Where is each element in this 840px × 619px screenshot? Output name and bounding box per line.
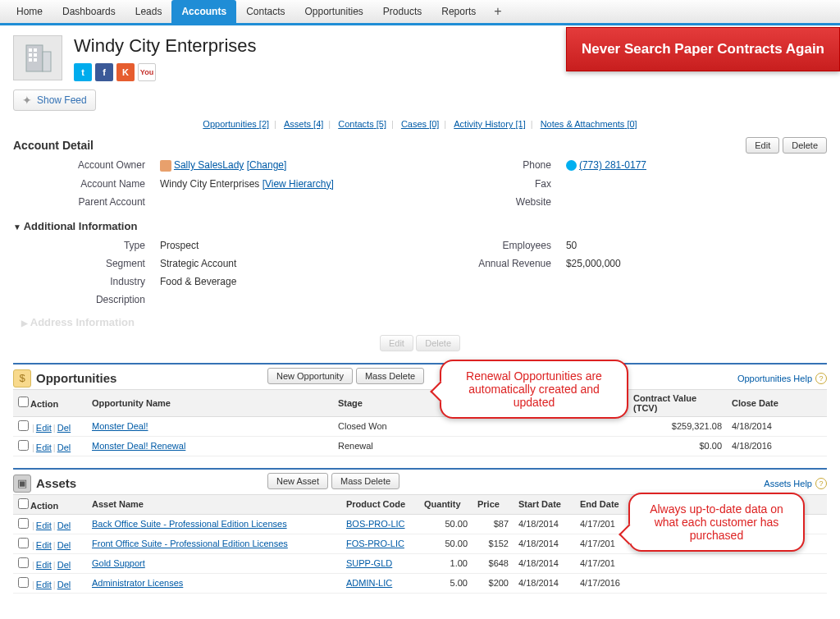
delete-button-bottom[interactable]: Delete bbox=[416, 335, 460, 351]
klout-icon[interactable]: K bbox=[116, 63, 135, 81]
tab-add[interactable]: + bbox=[486, 1, 509, 22]
col-price[interactable]: Price bbox=[472, 494, 514, 514]
del-link[interactable]: Del bbox=[57, 442, 71, 452]
col-opp-name[interactable]: Opportunity Name bbox=[87, 389, 333, 416]
youtube-icon[interactable]: You bbox=[138, 63, 156, 81]
mass-delete-opps-button[interactable]: Mass Delete bbox=[356, 368, 424, 384]
subnav-opportunities[interactable]: Opportunities [2] bbox=[203, 119, 269, 129]
del-link[interactable]: Del bbox=[57, 423, 71, 433]
row-checkbox[interactable] bbox=[18, 557, 29, 568]
account-detail-section: Account Detail Edit Delete Account Owner… bbox=[13, 137, 827, 212]
tab-dashboards[interactable]: Dashboards bbox=[52, 0, 126, 23]
asset-start: 4/18/2014 bbox=[514, 514, 575, 534]
owner-link[interactable]: Sally SalesLady bbox=[174, 159, 244, 171]
asset-qty: 5.00 bbox=[419, 573, 472, 593]
edit-link[interactable]: Edit bbox=[36, 520, 52, 530]
asset-price: $648 bbox=[472, 553, 514, 573]
svg-rect-1 bbox=[29, 48, 32, 52]
opps-help-link[interactable]: Opportunities Help bbox=[737, 374, 812, 383]
assets-title: Assets bbox=[36, 476, 76, 490]
col-code[interactable]: Product Code bbox=[341, 494, 419, 514]
del-link[interactable]: Del bbox=[57, 560, 71, 570]
asset-code-link[interactable]: BOS-PRO-LIC bbox=[346, 519, 405, 529]
tab-opportunities[interactable]: Opportunities bbox=[294, 0, 372, 23]
type-value: Prospect bbox=[153, 237, 419, 254]
show-feed-button[interactable]: ✦ Show Feed bbox=[13, 89, 96, 111]
detail-bottom-buttons: Edit Delete bbox=[0, 335, 840, 351]
parent-value bbox=[153, 194, 419, 210]
tab-reports[interactable]: Reports bbox=[431, 0, 486, 23]
col-qty[interactable]: Quantity bbox=[419, 494, 472, 514]
delete-button[interactable]: Delete bbox=[783, 137, 827, 154]
help-icon[interactable]: ? bbox=[815, 478, 827, 489]
subnav-assets[interactable]: Assets [4] bbox=[284, 119, 323, 129]
row-checkbox[interactable] bbox=[18, 440, 29, 451]
tab-home[interactable]: Home bbox=[7, 0, 52, 23]
help-icon[interactable]: ? bbox=[815, 373, 827, 384]
employees-value: 50 bbox=[559, 237, 825, 254]
del-link[interactable]: Del bbox=[57, 580, 71, 589]
tab-products[interactable]: Products bbox=[373, 0, 431, 23]
facebook-icon[interactable]: f bbox=[95, 63, 113, 81]
tab-accounts[interactable]: Accounts bbox=[171, 0, 236, 23]
opp-name-link[interactable]: Monster Deal! Renewal bbox=[92, 441, 185, 451]
edit-button-bottom[interactable]: Edit bbox=[380, 335, 413, 351]
asset-end: 4/17/201 bbox=[575, 553, 827, 573]
asset-start: 4/18/2014 bbox=[514, 553, 575, 573]
edit-button[interactable]: Edit bbox=[746, 137, 779, 154]
opp-name-link[interactable]: Monster Deal! bbox=[92, 421, 148, 431]
new-opportunity-button[interactable]: New Opportunity bbox=[267, 368, 353, 384]
opp-close: 4/18/2016 bbox=[727, 436, 827, 456]
asset-code-link[interactable]: ADMIN-LIC bbox=[346, 578, 392, 588]
row-checkbox[interactable] bbox=[18, 577, 29, 588]
opps-select-all[interactable] bbox=[18, 397, 29, 407]
opportunities-title: Opportunities bbox=[36, 371, 116, 385]
edit-link[interactable]: Edit bbox=[36, 540, 52, 550]
website-label: Website bbox=[421, 194, 558, 210]
subnav-contacts[interactable]: Contacts [5] bbox=[338, 119, 386, 129]
subnav-activity-history[interactable]: Activity History [1] bbox=[454, 119, 525, 129]
assets-select-all[interactable] bbox=[18, 498, 29, 509]
new-asset-button[interactable]: New Asset bbox=[267, 473, 328, 489]
tab-contacts[interactable]: Contacts bbox=[236, 0, 294, 23]
del-link[interactable]: Del bbox=[57, 540, 71, 550]
col-tcv[interactable]: Contract Value (TCV) bbox=[628, 389, 727, 416]
asset-name-link[interactable]: Front Office Suite - Professional Editio… bbox=[92, 539, 288, 548]
del-link[interactable]: Del bbox=[57, 520, 71, 530]
additional-info-title[interactable]: Additional Information bbox=[13, 220, 827, 232]
subnav-notes[interactable]: Notes & Attachments [0] bbox=[541, 119, 637, 129]
asset-name-link[interactable]: Administrator Licenses bbox=[92, 578, 183, 588]
row-checkbox[interactable] bbox=[18, 538, 29, 548]
edit-link[interactable]: Edit bbox=[36, 560, 52, 570]
opp-tcv: $259,321.08 bbox=[628, 416, 727, 436]
tab-leads[interactable]: Leads bbox=[126, 0, 172, 23]
owner-avatar-icon bbox=[160, 160, 171, 172]
mass-delete-assets-button[interactable]: Mass Delete bbox=[331, 473, 399, 489]
opportunities-section: $ Opportunities New Opportunity Mass Del… bbox=[13, 363, 827, 456]
edit-link[interactable]: Edit bbox=[36, 423, 52, 433]
table-row: |Edit|Del Administrator Licenses ADMIN-L… bbox=[13, 573, 827, 593]
subnav-cases[interactable]: Cases [0] bbox=[401, 119, 439, 129]
asset-name-link[interactable]: Gold Support bbox=[92, 558, 145, 568]
asset-qty: 1.00 bbox=[419, 553, 472, 573]
twitter-icon[interactable]: t bbox=[74, 63, 92, 81]
edit-link[interactable]: Edit bbox=[36, 442, 52, 452]
opportunities-icon: $ bbox=[13, 369, 31, 387]
view-hierarchy-link[interactable]: [View Hierarchy] bbox=[262, 178, 334, 190]
row-checkbox[interactable] bbox=[18, 518, 29, 529]
asset-code-link[interactable]: SUPP-GLD bbox=[346, 558, 392, 568]
svg-rect-6 bbox=[34, 58, 37, 62]
col-close[interactable]: Close Date bbox=[727, 389, 827, 416]
asset-name-link[interactable]: Back Office Suite - Professional Edition… bbox=[92, 519, 287, 529]
assets-help-link[interactable]: Assets Help bbox=[764, 479, 812, 488]
phone-link[interactable]: (773) 281-0177 bbox=[579, 159, 646, 171]
col-start[interactable]: Start Date bbox=[514, 494, 575, 514]
assets-icon: ▣ bbox=[13, 475, 31, 493]
change-owner-link[interactable]: [Change] bbox=[247, 159, 287, 171]
row-checkbox[interactable] bbox=[18, 420, 29, 431]
edit-link[interactable]: Edit bbox=[36, 580, 52, 589]
col-asset-name[interactable]: Asset Name bbox=[87, 494, 341, 514]
address-info-title[interactable]: Address Information bbox=[21, 316, 827, 328]
asset-code-link[interactable]: FOS-PRO-LIC bbox=[346, 539, 404, 548]
svg-rect-2 bbox=[34, 48, 37, 52]
